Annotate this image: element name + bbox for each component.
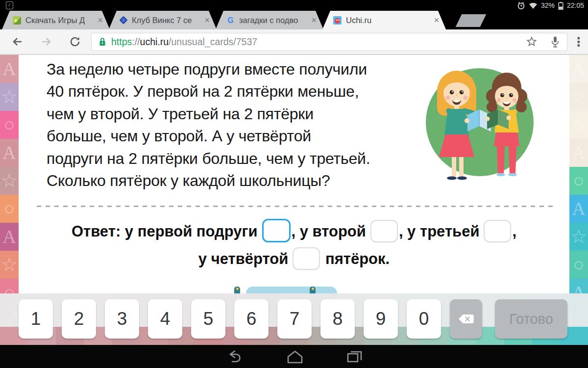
task-card: За неделю четыре подруги вместе получили… [19,55,569,293]
url-separator: :// [132,36,140,47]
key-6[interactable]: 6 [234,299,269,339]
tab-title: загадки с подво [239,16,308,25]
clock-text: 22:05 [567,1,584,9]
background-tile-strip-left: A☆○A☆○A☆○ [0,55,19,293]
close-tab-icon[interactable]: × [98,15,103,26]
key-2[interactable]: 2 [62,299,96,339]
letter-a-tile-icon: A [0,55,19,83]
reload-icon[interactable] [69,35,81,48]
recents-nav-icon[interactable] [346,349,364,364]
answer-text: , [512,223,516,240]
webpage-content: A☆○A☆○A☆○ A☆○A○A☆○A A☆○A☆○A☆○A☆○A☆○A☆○A☆… [0,55,588,345]
url-scheme: https [111,36,132,47]
tab-title: Скачать Игры Д [25,16,95,25]
dashed-separator [37,206,555,207]
url-path: /unusual_cards/7537 [169,36,257,47]
answer-input-1[interactable] [262,219,291,242]
close-tab-icon[interactable]: × [311,15,317,26]
star-tile-icon: ☆ [569,223,588,251]
answer-line-1: Ответ: у первой подруги, у второй, у тре… [19,219,569,244]
letter-a-tile-icon: A [569,195,588,223]
wifi-icon [529,2,538,9]
problem-text: За неделю четыре подруги вместе получили… [47,58,434,192]
globe-tile-icon: ○ [0,279,19,293]
key-0[interactable]: 0 [407,299,441,339]
answer-input-4[interactable] [293,247,320,270]
android-nav-bar [0,345,588,368]
close-tab-icon[interactable]: × [204,15,210,26]
back-icon[interactable] [11,35,24,48]
uchi-favicon [333,16,342,25]
home-nav-icon[interactable] [286,349,304,364]
globe-tile-icon: ○ [0,195,19,223]
two-schoolgirls-illustration [417,60,540,185]
tab-title: Клуб Винкс 7 се [132,16,201,25]
forward-icon[interactable] [40,35,53,48]
globe-tile-icon: ○ [569,251,588,279]
globe-tile-icon: ○ [0,111,19,139]
answer-line-2: у четвёртой пятёрок. [19,247,569,271]
globe-tile-icon: ○ [569,167,588,195]
star-tile-icon: ☆ [0,251,19,279]
android-status-bar: ✓ 32% 22:05 [0,0,588,11]
tab-title: Uchi.ru [346,16,431,25]
battery-icon [558,1,564,10]
backspace-icon [457,313,475,325]
battery-percent-text: 32% [541,1,555,9]
background-tile-strip-right: A☆○A○A☆○A [569,55,588,293]
star-tile-icon: ☆ [0,83,19,111]
overflow-menu-icon[interactable]: ⋮ [572,34,585,49]
google-favicon: G [226,16,235,25]
mic-icon[interactable] [550,36,560,48]
answer-text: у четвёртой [198,250,288,267]
screenshot-notification-icon: ✓ [6,1,13,9]
letter-a-tile-icon: A [0,139,19,167]
answer-text: , у третьей [399,223,480,240]
answer-area: Ответ: у первой подруги, у второй, у тре… [19,219,569,274]
backspace-key[interactable] [450,299,482,339]
alarm-icon [517,1,525,10]
answer-input-3[interactable] [484,220,511,242]
url-omnibox[interactable]: https://uchi.ru/unusual_cards/7537 [91,33,567,51]
star-tile-icon: ☆ [569,83,588,111]
close-tab-icon[interactable]: × [434,15,439,26]
tab-games-site[interactable]: Скачать Игры Д × [2,11,110,29]
letter-a-tile-icon: A [0,223,19,251]
winx-site-favicon [120,16,128,25]
star-icon[interactable] [526,36,538,48]
tab-winx-site[interactable]: Клуб Винкс 7 се × [109,11,217,29]
answer-text: Ответ: у первой подруги [72,223,258,240]
lock-icon [98,37,106,47]
key-9[interactable]: 9 [364,299,398,339]
toolbar-divider [0,54,588,55]
key-4[interactable]: 4 [148,299,182,339]
back-nav-icon[interactable] [224,349,242,364]
answer-text: пятёрок. [325,250,390,267]
letter-a-tile-icon: A [569,139,588,167]
star-tile-icon: ☆ [0,167,19,195]
browser-toolbar: https://uchi.ru/unusual_cards/7537 ⋮ [0,29,588,54]
key-1[interactable]: 1 [19,299,53,339]
tab-google-search[interactable]: G загадки с подво × [216,11,323,29]
browser-tab-strip: Скачать Игры Д × Клуб Винкс 7 се × G заг… [0,11,588,29]
tab-uchi-ru[interactable]: Uchi.ru × [322,11,446,29]
letter-a-tile-icon: A [569,279,588,293]
url-text: https://uchi.ru/unusual_cards/7537 [111,36,526,48]
done-key[interactable]: Готово [495,299,567,339]
key-3[interactable]: 3 [105,299,139,339]
url-host: uchi.ru [140,36,169,47]
games-site-favicon [13,16,21,25]
globe-tile-icon: ○ [569,111,588,139]
key-7[interactable]: 7 [277,299,312,339]
key-5[interactable]: 5 [191,299,225,339]
letter-a-tile-icon: A [569,55,588,83]
key-8[interactable]: 8 [320,299,355,339]
new-tab-button[interactable] [456,14,487,27]
answer-input-2[interactable] [370,220,398,242]
answer-text: , у второй [292,223,366,240]
